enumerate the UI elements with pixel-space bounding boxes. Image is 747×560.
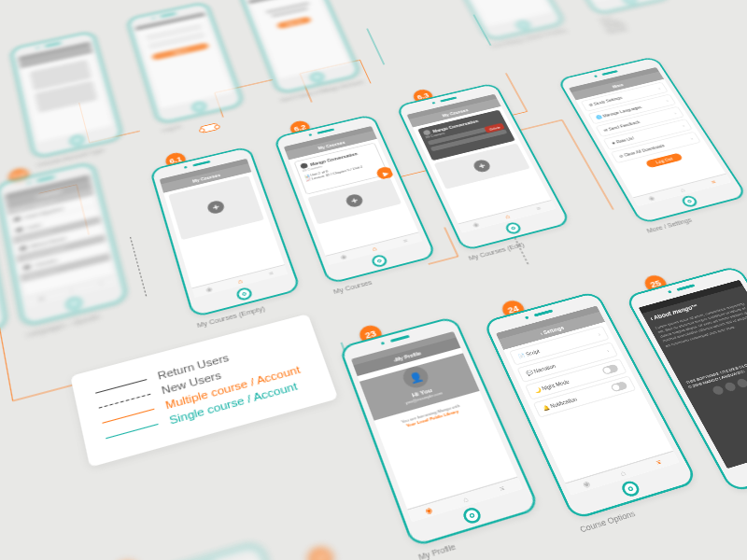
tab-profile-icon[interactable]: ◉	[408, 499, 450, 522]
social-icon[interactable]	[711, 385, 725, 397]
label-19: 19	[305, 544, 336, 560]
home-button-icon[interactable]	[370, 254, 388, 269]
home-button-icon[interactable]	[504, 221, 523, 235]
home-button-icon[interactable]	[680, 194, 699, 208]
caption-find-result: Find Mango (Search Result)	[599, 13, 634, 35]
tab-more-icon[interactable]: ≡	[696, 175, 731, 190]
phone-bottom-b	[140, 541, 324, 560]
add-course-button[interactable]: ＋	[345, 193, 365, 209]
tab-home-icon[interactable]: ⌂	[223, 273, 257, 289]
social-icon[interactable]	[723, 382, 737, 393]
flow-node	[200, 122, 219, 133]
home-button-icon[interactable]	[461, 506, 483, 525]
phone-more-settings: More ⚙ Study Settings› 🌐 Manage Language…	[557, 56, 747, 225]
logout-button[interactable]: Log Out	[645, 153, 684, 169]
toggle-icon	[610, 381, 628, 392]
phone-no-account: Sign Up	[238, 0, 361, 94]
toggle-icon	[601, 364, 619, 375]
signup-button[interactable]: Sign Up	[276, 16, 312, 29]
home-button-icon[interactable]	[235, 287, 254, 301]
legend-card: Return Users New Users Multiple course /…	[70, 314, 338, 468]
caption-login: Log In	[162, 124, 181, 133]
phone-my-courses-empty: My Courses ＋ ◉⌂≡	[149, 146, 302, 318]
phone-choose-account	[9, 31, 123, 159]
add-course-button[interactable]: ＋	[206, 200, 226, 216]
phone-languages-b: Languages English for Speakers of Arabic…	[0, 161, 129, 327]
flow-canvas: Choose Account Type Sign In Log In Sign …	[0, 0, 747, 560]
home-button-icon[interactable]	[619, 480, 641, 498]
add-course-button[interactable]: ＋	[472, 159, 492, 174]
avatar-icon: 👤	[400, 364, 431, 390]
phone-login: Sign In	[126, 2, 245, 125]
social-icon[interactable]	[735, 378, 747, 389]
caption-my-profile: My Profile	[417, 542, 457, 560]
